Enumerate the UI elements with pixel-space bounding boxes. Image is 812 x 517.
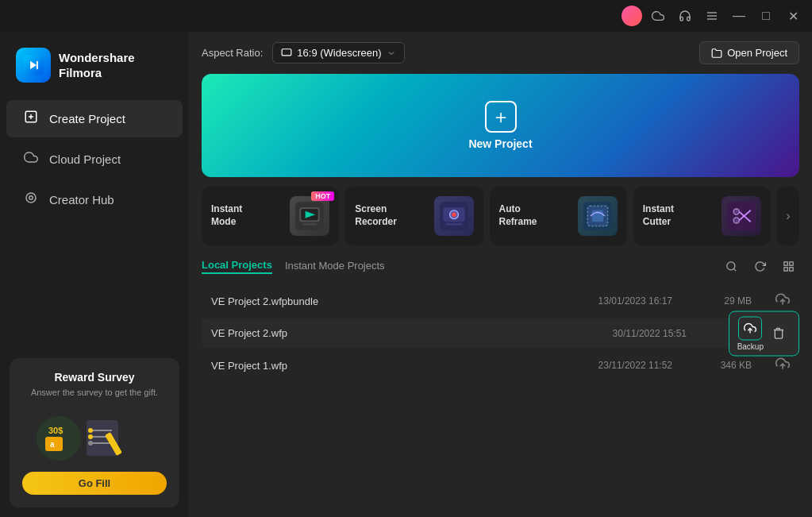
svg-point-20 [88,441,93,446]
sidebar-item-label-create: Create Project [49,112,125,125]
table-row[interactable]: VE Project 1.wfp 23/11/2022 11:52 346 KB [202,348,799,383]
svg-point-41 [726,261,734,269]
logo-icon [16,48,51,83]
go-fill-button[interactable]: Go Fill [22,472,167,495]
delete-button[interactable] [767,322,791,345]
survey-title: Reward Survey [22,371,167,384]
sidebar-item-label-hub: Creator Hub [49,193,114,206]
cloud-project-icon [22,150,40,168]
cloud-upload-icon[interactable] [775,357,790,374]
new-project-label: New Project [468,137,532,150]
cloud-upload-icon[interactable] [775,292,790,310]
project-date: 30/11/2022 15:51 [583,328,687,339]
quick-actions: HOT Instant Mode Screen Recorder Auto Re… [202,187,799,245]
svg-point-38 [733,218,739,223]
cloud-button[interactable] [647,5,669,27]
menu-button[interactable] [701,5,723,27]
action-card-instant-cutter[interactable]: Instant Cutter [633,187,771,245]
project-name: VE Project 2.wfp [211,327,583,339]
project-size: 346 KB [704,360,752,371]
app-body: Wondershare Filmora Create Project Cloud… [0,32,812,517]
hot-badge: HOT [311,191,334,201]
table-row[interactable]: VE Project 2.wfp 30/11/2022 15:51 392 KB… [202,318,799,348]
title-bar-controls: — □ ✕ [622,5,804,27]
project-date: 23/11/2022 11:52 [569,360,672,371]
svg-point-31 [452,213,456,217]
action-card-instant-mode[interactable]: HOT Instant Mode [202,187,339,245]
backup-label: Backup [737,341,764,350]
action-label-auto-reframe: Auto Reframe [499,203,555,228]
main-content: Aspect Ratio: 16:9 (Widescreen) Open Pro… [189,32,812,517]
table-row[interactable]: VE Project 2.wfpbundle 13/01/2023 16:17 … [202,284,799,318]
aspect-ratio-label: Aspect Ratio: [202,47,263,59]
svg-text:a: a [50,440,55,449]
toolbar: Aspect Ratio: 16:9 (Widescreen) Open Pro… [189,32,812,74]
maximize-button[interactable]: □ [755,5,777,27]
sidebar-item-create-project[interactable]: Create Project [6,100,183,137]
svg-point-18 [88,428,93,433]
action-card-screen-recorder[interactable]: Screen Recorder [345,187,483,245]
project-size: 29 MB [704,295,752,307]
logo-area: Wondershare Filmora [0,40,189,98]
sidebar-item-cloud-project[interactable]: Cloud Project [6,141,183,178]
backup-button[interactable]: Backup [737,316,764,350]
backup-upload-icon [738,316,762,340]
projects-section: Local Projects Instant Mode Projects [202,255,799,517]
svg-rect-32 [445,223,463,226]
sidebar-item-label-cloud: Cloud Project [49,152,121,166]
svg-point-37 [733,209,739,214]
headset-button[interactable] [674,5,696,27]
svg-rect-43 [783,261,787,264]
projects-header: Local Projects Instant Mode Projects [202,255,799,277]
refresh-button[interactable] [749,255,771,277]
open-project-button[interactable]: Open Project [699,41,799,64]
svg-rect-27 [302,223,317,226]
svg-rect-46 [789,267,792,270]
action-label-instant-mode: Instant Mode [211,203,267,228]
action-card-auto-reframe[interactable]: Auto Reframe [490,187,627,245]
action-img-screen-recorder [434,196,474,236]
project-list: VE Project 2.wfpbundle 13/01/2023 16:17 … [202,284,799,517]
svg-point-8 [29,196,33,200]
survey-illustration: 30$ a [22,408,167,464]
projects-actions [720,255,799,277]
creator-hub-icon [22,191,40,209]
svg-rect-36 [727,202,756,230]
svg-rect-44 [789,261,792,264]
project-name: VE Project 2.wfpbundle [211,295,569,307]
projects-tabs: Local Projects Instant Mode Projects [202,259,385,274]
tab-local-projects[interactable]: Local Projects [202,259,272,274]
close-button[interactable]: ✕ [782,5,804,27]
svg-rect-45 [783,267,787,270]
search-button[interactable] [720,255,742,277]
new-project-plus-icon: ＋ [485,101,517,133]
aspect-ratio-dropdown[interactable]: 16:9 (Widescreen) [272,42,404,64]
open-project-label: Open Project [727,47,787,59]
svg-rect-4 [37,61,38,69]
avatar-icon[interactable] [622,6,642,26]
more-actions-button[interactable]: › [777,187,799,245]
svg-point-9 [26,193,36,203]
svg-line-42 [733,268,736,271]
sidebar: Wondershare Filmora Create Project Cloud… [0,32,189,517]
tab-instant-mode-projects[interactable]: Instant Mode Projects [285,260,385,273]
action-label-screen-recorder: Screen Recorder [355,203,410,228]
svg-point-19 [88,434,93,439]
project-date: 13/01/2023 16:17 [569,295,672,307]
logo-text: Wondershare Filmora [59,50,173,81]
action-img-instant-cutter [722,196,761,236]
grid-view-button[interactable] [777,255,799,277]
svg-rect-22 [282,48,291,55]
survey-card: Reward Survey Answer the survey to get t… [10,358,179,507]
action-label-instant-cutter: Instant Cutter [643,203,698,228]
aspect-ratio-value: 16:9 (Widescreen) [297,47,381,59]
survey-desc: Answer the survey to get the gift. [22,387,167,399]
new-project-banner[interactable]: ＋ New Project [202,74,799,177]
create-project-icon [22,110,40,128]
project-name: VE Project 1.wfp [211,360,569,372]
svg-text:30$: 30$ [48,426,63,435]
sidebar-item-creator-hub[interactable]: Creator Hub [6,181,183,218]
backup-popup: Backup [729,311,799,356]
title-bar: — □ ✕ [0,0,812,32]
minimize-button[interactable]: — [728,5,750,27]
